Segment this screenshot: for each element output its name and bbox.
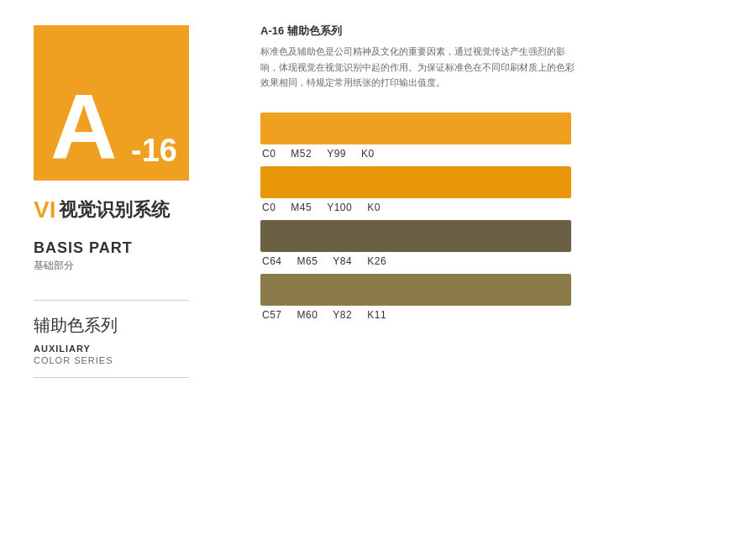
section-header-title: A-16 辅助色系列 xyxy=(260,24,722,39)
color-bar-3 xyxy=(260,274,571,306)
color-code-value: Y100 xyxy=(327,202,352,213)
color-code-value: K0 xyxy=(361,148,375,160)
color-code-value: K11 xyxy=(367,309,386,321)
section-title-en-bold: AUXILIARY xyxy=(34,344,91,354)
color-code-value: Y84 xyxy=(333,255,352,267)
color-row-0: C0M52Y99K0 xyxy=(260,113,722,160)
section-header-desc: 标准色及辅助色是公司精神及文化的重要因素，通过视觉传达产生强烈的影响，体现视觉在… xyxy=(260,44,580,91)
orange-box: A -16 xyxy=(34,25,189,181)
letter-a: A xyxy=(50,80,117,172)
color-row-1: C0M45Y100K0 xyxy=(260,166,722,213)
color-code-value: C0 xyxy=(262,148,276,160)
section-title-en: COLOR SERIES xyxy=(34,355,113,365)
color-code-value: C64 xyxy=(262,255,282,267)
divider-2 xyxy=(34,377,189,378)
color-code-value: C0 xyxy=(262,202,276,213)
basis-cn: 基础部分 xyxy=(34,259,74,273)
color-code-value: Y82 xyxy=(333,309,352,321)
color-code-value: M60 xyxy=(297,309,318,321)
page: A -16 VI 视觉识别系统 BASIS PART 基础部分 辅助色系列 AU… xyxy=(0,0,756,535)
color-code-value: M45 xyxy=(291,202,312,213)
number-16: -16 xyxy=(131,133,177,169)
color-codes-0: C0M52Y99K0 xyxy=(260,148,722,160)
right-panel: A-16 辅助色系列 标准色及辅助色是公司精神及文化的重要因素，通过视觉传达产生… xyxy=(227,0,756,535)
left-panel: A -16 VI 视觉识别系统 BASIS PART 基础部分 辅助色系列 AU… xyxy=(0,0,227,535)
divider-1 xyxy=(34,300,189,301)
color-row-2: C64M65Y84K26 xyxy=(260,220,722,267)
color-row-3: C57M60Y82K11 xyxy=(260,274,722,321)
color-code-value: Y99 xyxy=(327,148,346,160)
section-title-cn: 辅助色系列 xyxy=(34,314,118,337)
basis-title: BASIS PART xyxy=(34,239,133,257)
vi-cn-text: 视觉识别系统 xyxy=(59,199,170,221)
color-codes-3: C57M60Y82K11 xyxy=(260,309,722,321)
color-code-value: M65 xyxy=(297,255,318,267)
color-code-value: C57 xyxy=(262,309,282,321)
color-bar-2 xyxy=(260,220,571,252)
vi-title: VI 视觉识别系统 xyxy=(34,196,170,224)
color-code-value: K0 xyxy=(367,202,381,213)
color-codes-1: C0M45Y100K0 xyxy=(260,202,722,213)
color-codes-2: C64M65Y84K26 xyxy=(260,255,722,267)
color-swatches: C0M52Y99K0C0M45Y100K0C64M65Y84K26C57M60Y… xyxy=(260,113,722,321)
section-header: A-16 辅助色系列 标准色及辅助色是公司精神及文化的重要因素，通过视觉传达产生… xyxy=(260,24,722,91)
vi-letters: VI xyxy=(34,196,55,224)
color-bar-1 xyxy=(260,166,571,198)
color-code-value: K26 xyxy=(367,255,386,267)
color-bar-0 xyxy=(260,113,571,144)
color-code-value: M52 xyxy=(291,148,312,160)
